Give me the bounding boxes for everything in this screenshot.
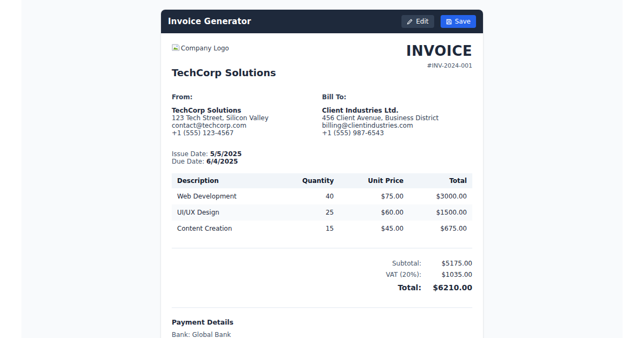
issue-date-value: 5/5/2025 — [210, 150, 241, 158]
payment-bank: Bank: Global Bank — [172, 332, 472, 338]
table-header-row: Description Quantity Unit Price Total — [172, 173, 472, 188]
line-items-table: Description Quantity Unit Price Total We… — [172, 173, 472, 237]
invoice-title: INVOICE — [406, 43, 472, 59]
vat-label: VAT (20%): — [386, 271, 421, 278]
dates-section: Issue Date: 5/5/2025 Due Date: 6/4/2025 — [172, 150, 472, 165]
col-quantity: Quantity — [275, 173, 339, 188]
cell-description: Content Creation — [172, 221, 275, 237]
cell-total: $3000.00 — [409, 188, 472, 204]
bill-to-label: Bill To: — [322, 93, 472, 101]
due-date-line: Due Date: 6/4/2025 — [172, 158, 472, 165]
totals-divider — [172, 248, 472, 248]
cell-unit-price: $75.00 — [339, 188, 409, 204]
from-label: From: — [172, 93, 322, 101]
payment-divider — [172, 307, 472, 308]
logo-alt-text: Company Logo — [181, 45, 229, 52]
bill-to-address: 456 Client Avenue, Business District — [322, 114, 472, 122]
invoice-top-row: Company Logo TechCorp Solutions INVOICE … — [172, 43, 472, 78]
from-address: 123 Tech Street, Silicon Valley — [172, 114, 322, 122]
from-name: TechCorp Solutions — [172, 107, 322, 114]
cell-total: $675.00 — [409, 221, 472, 237]
payment-details-heading: Payment Details — [172, 318, 472, 326]
cell-quantity: 25 — [275, 204, 339, 221]
save-button-label: Save — [455, 18, 471, 25]
page-background: Invoice Generator Edit — [21, 0, 623, 338]
floppy-disk-icon — [446, 19, 452, 25]
issue-date-line: Issue Date: 5/5/2025 — [172, 150, 472, 158]
edit-button-label: Edit — [416, 18, 428, 25]
table-row: Content Creation 15 $45.00 $675.00 — [172, 221, 472, 237]
cell-unit-price: $60.00 — [339, 204, 409, 221]
subtotal-label: Subtotal: — [392, 260, 421, 267]
totals-section: Subtotal: $5175.00 VAT (20%): $1035.00 T… — [172, 258, 472, 294]
company-name: TechCorp Solutions — [172, 67, 276, 78]
issue-date-label: Issue Date: — [172, 150, 210, 158]
from-block: From: TechCorp Solutions 123 Tech Street… — [172, 93, 322, 137]
addresses-section: From: TechCorp Solutions 123 Tech Street… — [172, 93, 472, 137]
vat-row: VAT (20%): $1035.00 — [386, 269, 472, 280]
subtotal-row: Subtotal: $5175.00 — [392, 258, 472, 269]
bill-to-phone: +1 (555) 987-6543 — [322, 129, 472, 137]
col-description: Description — [172, 173, 275, 188]
bill-to-name: Client Industries Ltd. — [322, 107, 472, 114]
app-header: Invoice Generator Edit — [161, 10, 483, 33]
due-date-value: 6/4/2025 — [207, 158, 238, 165]
invoice-card: Invoice Generator Edit — [161, 10, 483, 338]
invoice-number: #INV-2024-001 — [406, 62, 472, 69]
company-logo: Company Logo — [172, 43, 276, 53]
edit-button[interactable]: Edit — [401, 15, 434, 28]
cell-quantity: 15 — [275, 221, 339, 237]
payment-details-section: Payment Details Bank: Global Bank Accoun… — [172, 318, 472, 338]
company-block: Company Logo TechCorp Solutions — [172, 43, 276, 78]
table-row: Web Development 40 $75.00 $3000.00 — [172, 188, 472, 204]
grand-total-label: Total: — [398, 283, 421, 292]
save-button[interactable]: Save — [441, 15, 476, 28]
from-phone: +1 (555) 123-4567 — [172, 129, 322, 137]
header-actions: Edit Save — [401, 15, 476, 28]
from-email: contact@techcorp.com — [172, 122, 322, 129]
cell-quantity: 40 — [275, 188, 339, 204]
broken-image-icon — [172, 43, 180, 53]
cell-unit-price: $45.00 — [339, 221, 409, 237]
table-row: UI/UX Design 25 $60.00 $1500.00 — [172, 204, 472, 221]
col-total: Total — [409, 173, 472, 188]
cell-description: Web Development — [172, 188, 275, 204]
bill-to-email: billing@clientindustries.com — [322, 122, 472, 129]
invoice-body: Company Logo TechCorp Solutions INVOICE … — [161, 33, 483, 338]
due-date-label: Due Date: — [172, 158, 207, 165]
bill-to-block: Bill To: Client Industries Ltd. 456 Clie… — [322, 93, 472, 137]
subtotal-value: $5175.00 — [421, 260, 472, 267]
grand-total-value: $6210.00 — [421, 283, 472, 292]
invoice-title-block: INVOICE #INV-2024-001 — [406, 43, 472, 69]
cell-description: UI/UX Design — [172, 204, 275, 221]
vat-value: $1035.00 — [421, 271, 472, 278]
pencil-icon — [407, 19, 413, 25]
grand-total-row: Total: $6210.00 — [398, 280, 472, 294]
cell-total: $1500.00 — [409, 204, 472, 221]
app-title: Invoice Generator — [168, 17, 251, 26]
col-unit-price: Unit Price — [339, 173, 409, 188]
